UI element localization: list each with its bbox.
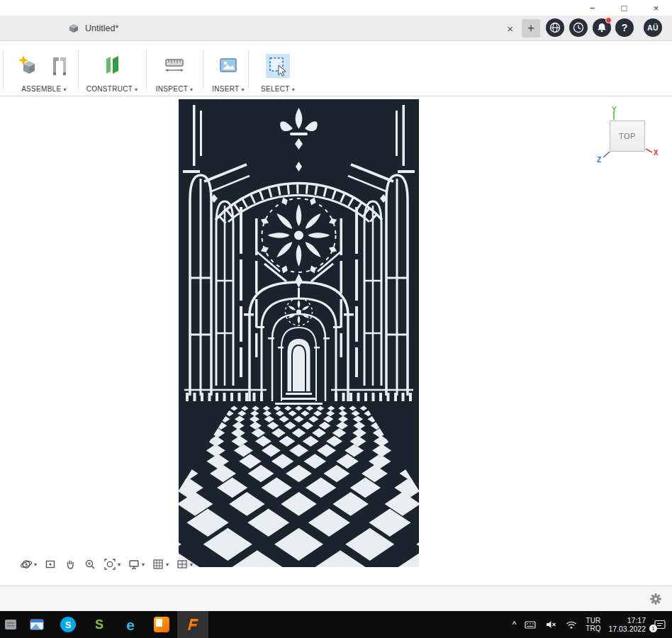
- maximize-button[interactable]: □: [608, 0, 640, 16]
- globe-icon: [549, 21, 561, 34]
- minimize-button[interactable]: −: [576, 0, 608, 16]
- wifi-icon[interactable]: [565, 619, 578, 630]
- taskbar-app-notes[interactable]: S: [84, 611, 115, 638]
- job-status-button[interactable]: [569, 18, 588, 37]
- gear-icon[interactable]: [649, 593, 662, 605]
- taskbar-app-skype[interactable]: S: [52, 611, 84, 638]
- speaker-muted-icon[interactable]: [544, 619, 557, 630]
- toolbar-separator: [248, 50, 249, 88]
- language-indicator[interactable]: TUR TRQ: [586, 617, 600, 632]
- chevron-down-icon: ▾: [241, 86, 244, 93]
- system-tray: ^ TUR TRQ 17:17 17.03.2022 1: [513, 616, 672, 633]
- internet-explorer-icon: e: [126, 617, 135, 632]
- axis-y-label: Y: [612, 106, 617, 113]
- taskbar-app-fusion-360[interactable]: [177, 611, 208, 638]
- axis-x-label: X: [654, 149, 659, 157]
- taskbar-app-internet-explorer[interactable]: e: [115, 611, 146, 638]
- fit-icon: [103, 558, 116, 571]
- insert-group[interactable]: INSERT ▾: [206, 41, 251, 96]
- view-cube-axes: Y X Z: [594, 105, 665, 170]
- taskbar-date: 17.03.2022: [608, 625, 646, 633]
- close-button[interactable]: ×: [640, 0, 672, 16]
- document-tab-bar: Untitled* × + ? AÜ: [0, 16, 672, 41]
- display-settings-icon: [128, 558, 140, 571]
- look-at-icon: [44, 558, 57, 571]
- new-tab-button[interactable]: +: [522, 19, 540, 38]
- chevron-down-icon: ▾: [292, 86, 295, 93]
- select-marquee-icon: [267, 55, 289, 77]
- office-app-icon: [154, 617, 169, 632]
- pan-hand-icon: [64, 558, 77, 571]
- construct-plane-icon[interactable]: [101, 54, 123, 77]
- zoom-tool[interactable]: [84, 558, 96, 571]
- taskbar-time: 17:17: [608, 616, 646, 625]
- construct-group[interactable]: CONSTRUCT ▾: [84, 41, 140, 96]
- grid-icon: [152, 558, 164, 571]
- viewports-tool[interactable]: ▾: [176, 558, 193, 571]
- select-group[interactable]: SELECT ▾: [255, 41, 301, 96]
- zoom-icon: [84, 558, 96, 571]
- view-cube[interactable]: TOP Y X Z: [594, 105, 665, 170]
- new-component-icon[interactable]: [17, 54, 40, 77]
- notification-count-badge: 1: [649, 625, 657, 632]
- document-tab[interactable]: Untitled* ×: [61, 16, 520, 41]
- fit-tool[interactable]: ▾: [103, 558, 121, 571]
- window-title-bar: − □ ×: [0, 0, 672, 16]
- windows-taskbar: S S e ^: [0, 611, 672, 638]
- explorer-window-icon: [29, 618, 45, 631]
- measure-icon[interactable]: [163, 54, 186, 77]
- model-canvas[interactable]: TOP Y X Z ▾: [0, 96, 672, 586]
- chevron-down-icon: ▾: [142, 561, 145, 568]
- grid-snaps-tool[interactable]: ▾: [152, 558, 169, 571]
- keyboard-icon[interactable]: [524, 619, 537, 630]
- chevron-down-icon: ▾: [64, 86, 67, 93]
- toolbar-separator: [78, 50, 79, 88]
- fusion-360-icon: [184, 616, 201, 633]
- axis-z-label: Z: [597, 156, 601, 164]
- look-at-tool[interactable]: [44, 558, 57, 571]
- notifications-button[interactable]: [593, 18, 611, 37]
- toolbar-separator: [203, 50, 203, 88]
- decorative-panel-art: [179, 99, 419, 567]
- taskbar-app-office[interactable]: [146, 611, 177, 638]
- timeline-strip: [0, 586, 672, 611]
- bell-icon: [595, 21, 608, 34]
- viewports-icon: [176, 558, 189, 571]
- taskbar-clock[interactable]: 17:17 17.03.2022: [608, 616, 646, 633]
- select-tool-active-tile[interactable]: [266, 54, 290, 78]
- chevron-down-icon: ▾: [34, 561, 37, 568]
- canvas-navigation-bar: ▾ ▾: [20, 556, 193, 572]
- design-panel[interactable]: [179, 99, 419, 567]
- document-cube-icon: [68, 23, 79, 34]
- help-button[interactable]: ?: [615, 18, 634, 37]
- insert-label: INSERT ▾: [206, 85, 251, 93]
- chevron-down-icon: ▾: [166, 561, 169, 568]
- taskbar-app-file-manager[interactable]: [0, 611, 21, 638]
- green-s-icon: S: [95, 617, 103, 632]
- orbit-tool[interactable]: ▾: [20, 558, 37, 571]
- toolbar-separator: [3, 50, 4, 88]
- inspect-label: INSPECT ▾: [149, 85, 200, 93]
- inspect-group[interactable]: INSPECT ▾: [149, 41, 200, 96]
- joint-icon[interactable]: [48, 54, 71, 77]
- document-tab-title: Untitled*: [85, 23, 118, 33]
- insert-image-icon[interactable]: [217, 54, 240, 77]
- file-manager-icon: [4, 618, 18, 631]
- action-center-button[interactable]: 1: [654, 619, 666, 630]
- tray-expand-chevron[interactable]: ^: [513, 620, 517, 629]
- chevron-down-icon: ▾: [118, 561, 121, 568]
- ribbon-toolbar: ASSEMBLE ▾ CONSTRUCT ▾ IN: [0, 41, 672, 96]
- pan-tool[interactable]: [64, 558, 77, 571]
- notification-dot: [605, 17, 612, 23]
- assemble-group[interactable]: ASSEMBLE ▾: [10, 41, 78, 96]
- taskbar-app-explorer[interactable]: [21, 611, 52, 638]
- orbit-icon: [20, 558, 33, 571]
- chevron-down-icon: ▾: [135, 86, 138, 93]
- tab-close-icon[interactable]: ×: [507, 23, 520, 35]
- construct-label: CONSTRUCT ▾: [84, 85, 140, 93]
- assemble-label: ASSEMBLE ▾: [10, 85, 78, 93]
- user-avatar[interactable]: AÜ: [644, 18, 662, 37]
- skype-icon: S: [60, 617, 76, 632]
- extensions-button[interactable]: [546, 18, 564, 37]
- display-settings-tool[interactable]: ▾: [128, 558, 145, 571]
